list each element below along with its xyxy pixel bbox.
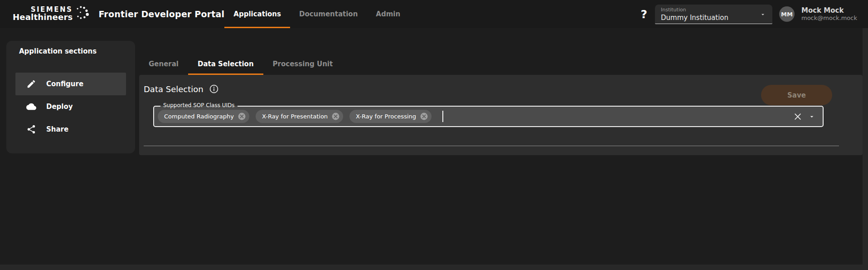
chip-label: X-Ray for Presentation (262, 113, 328, 120)
cloud-icon (26, 102, 36, 112)
nav-item-documentation[interactable]: Documentation (290, 0, 367, 28)
section-tabs: General Data Selection Processing Unit (139, 28, 863, 75)
data-selection-panel: Data Selection Save Supported SOP Class … (139, 75, 863, 155)
user-meta: Mock Mock mock@mock.mock (801, 6, 857, 22)
panel-heading: Data Selection (144, 84, 219, 94)
chip-label: Computed Radiography (164, 113, 234, 120)
nav-label: Applications (233, 10, 281, 18)
sop-class-uids-label: Supported SOP Class UIDs (160, 102, 238, 109)
sidebar-item-deploy[interactable]: Deploy (15, 95, 126, 118)
pencil-icon (26, 79, 36, 89)
tab-label: Processing Unit (273, 60, 333, 68)
chevron-down-icon (760, 11, 766, 18)
institution-select-label: Institution (661, 7, 757, 13)
sop-class-uids-field-wrap: Supported SOP Class UIDs Computed Radiog… (153, 106, 824, 127)
sidebar-item-share[interactable]: Share (15, 118, 126, 141)
primary-nav: Applications Documentation Admin (224, 0, 409, 28)
sop-class-chip: Computed Radiography (158, 110, 249, 123)
sidebar-item-configure[interactable]: Configure (15, 73, 126, 95)
institution-select-value: Dummy Instituation (661, 13, 757, 22)
info-icon (209, 84, 219, 94)
chip-remove-icon[interactable] (420, 112, 428, 121)
tab-label: General (149, 60, 179, 68)
vertical-scrollbar[interactable] (863, 28, 868, 265)
panel-title: Data Selection (144, 84, 204, 94)
portal-title: Frontier Developer Portal (98, 0, 224, 28)
institution-select[interactable]: Institution Dummy Instituation (655, 5, 772, 24)
logo-healthineers: Healthineers (13, 13, 73, 22)
sidebar-item-label: Configure (46, 80, 83, 88)
clear-x-icon (793, 112, 802, 121)
nav-label: Documentation (299, 10, 358, 18)
chip-remove-icon[interactable] (238, 112, 246, 121)
share-icon (26, 124, 36, 134)
info-button[interactable] (209, 84, 219, 94)
tab-label: Data Selection (198, 60, 254, 68)
main-content: General Data Selection Processing Unit D… (139, 28, 863, 155)
nav-item-admin[interactable]: Admin (367, 0, 409, 28)
app-body: Application sections Configure Deploy Sh… (0, 28, 868, 270)
dropdown-toggle-button[interactable] (808, 113, 815, 120)
text-cursor (442, 111, 443, 122)
sop-class-uids-input[interactable]: Supported SOP Class UIDs Computed Radiog… (153, 106, 824, 127)
chip-label: X-Ray for Processing (356, 113, 416, 120)
application-sections-title: Application sections (19, 47, 126, 55)
user-name: Mock Mock (801, 6, 857, 15)
clear-selection-button[interactable] (793, 112, 802, 121)
app-header: SIEMENS Healthineers Frontier Developer … (0, 0, 868, 28)
tab-general[interactable]: General (139, 53, 188, 75)
help-button[interactable]: ? (640, 9, 648, 20)
header-right: ? Institution Dummy Instituation MM Mock… (640, 0, 868, 28)
save-button[interactable]: Save (761, 85, 832, 105)
tab-processing-unit[interactable]: Processing Unit (263, 53, 343, 75)
logo-text: SIEMENS Healthineers (13, 6, 73, 22)
chevron-down-icon (808, 113, 815, 120)
nav-label: Admin (376, 10, 400, 18)
sidebar-item-label: Share (46, 125, 68, 133)
scrollbar-corner (863, 265, 868, 270)
application-sections-panel: Application sections Configure Deploy Sh… (6, 41, 135, 153)
sop-class-chip: X-Ray for Processing (349, 110, 432, 123)
healthineers-dots-icon (74, 3, 90, 23)
field-actions (793, 112, 815, 121)
user-email: mock@mock.mock (801, 15, 857, 22)
sop-class-chip: X-Ray for Presentation (256, 110, 343, 123)
tab-data-selection[interactable]: Data Selection (188, 53, 263, 75)
avatar[interactable]: MM (779, 6, 795, 22)
nav-item-applications[interactable]: Applications (224, 0, 290, 28)
siemens-healthineers-logo[interactable]: SIEMENS Healthineers (13, 0, 90, 28)
sidebar-item-label: Deploy (46, 103, 73, 111)
horizontal-scrollbar[interactable] (0, 265, 863, 270)
section-divider (144, 146, 839, 146)
chip-remove-icon[interactable] (331, 112, 340, 121)
